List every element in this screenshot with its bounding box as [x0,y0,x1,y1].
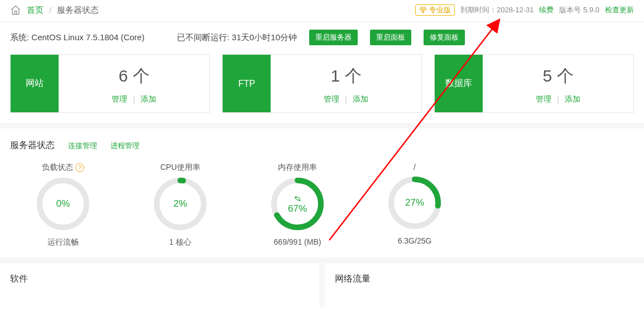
card-manage-database[interactable]: 管理 [536,94,551,103]
diamond-icon [419,6,427,14]
proc-manage-link[interactable]: 进程管理 [110,141,140,151]
metric-mem-sub: 669/991 (MB) [274,237,321,246]
card-count-ftp: 1 个 [330,65,361,88]
card-manage-website[interactable]: 管理 [112,94,127,103]
conn-manage-link[interactable]: 连接管理 [68,141,97,151]
help-icon[interactable]: ? [75,163,84,172]
repair-panel-button[interactable]: 修复面板 [424,30,465,45]
uptime-label: 已不间断运行: 31天0小时10分钟 [177,32,297,43]
breadcrumb: 首页 / 服务器状态 [10,4,99,16]
metric-load: 负载状态 ? 0% 运行流畅 [10,163,116,247]
metric-cpu-title: CPU使用率 [160,163,200,173]
top-bar: 首页 / 服务器状态 专业版 到期时间：2028-12-31 续费 版本号 5.… [0,0,644,22]
stat-cards: 网站 6 个 管理 | 添加 FTP 1 个 管理 | 添加 数据库 5 个 管… [0,54,644,123]
traffic-panel-title: 网络流量 [319,263,644,307]
svg-point-6 [295,197,296,198]
expire-label: 到期时间：2028-12-31 [460,5,534,15]
metric-disk-sub: 6.3G/25G [398,236,432,245]
card-side-ftp: FTP [223,55,271,112]
ring-load: 0% [35,176,91,232]
server-status-section-bar: 服务器状态 连接管理 进程管理 [0,123,644,159]
metric-load-pct: 0% [56,198,70,210]
os-label: 系统: CentOS Linux 7.5.1804 (Core) [10,32,145,43]
pro-label: 专业版 [429,5,451,15]
renew-link[interactable]: 续费 [539,5,554,15]
top-right: 专业版 到期时间：2028-12-31 续费 版本号 5.9.0 检查更新 [415,4,634,16]
system-row: 系统: CentOS Linux 7.5.1804 (Core) 已不间断运行:… [0,22,644,54]
metric-disk-title: / [414,163,416,172]
metric-mem-pct: 67% [288,203,307,215]
metric-disk: / 27% 6.3G/25G [362,163,468,247]
home-icon[interactable] [10,4,21,16]
card-website: 网站 6 个 管理 | 添加 [10,54,210,113]
metric-load-sub: 运行流畅 [47,237,79,247]
card-count-website: 6 个 [118,65,149,88]
card-side-database: 数据库 [435,55,483,112]
card-side-website: 网站 [11,55,59,112]
pro-badge[interactable]: 专业版 [415,4,455,16]
restart-server-button[interactable]: 重启服务器 [309,30,358,45]
crumb-sep: / [49,6,51,15]
crumb-home[interactable]: 首页 [27,5,44,16]
crumb-page: 服务器状态 [57,5,99,16]
ring-disk: 27% [387,175,443,231]
metric-mem-title: 内存使用率 [278,163,317,173]
metric-cpu: CPU使用率 2% 1 核心 [127,163,233,247]
card-database: 数据库 5 个 管理 | 添加 [434,54,634,113]
card-count-database: 5 个 [542,65,573,88]
bottom-row: 软件 网络流量 [0,258,644,307]
ring-cpu: 2% [152,176,208,232]
metric-mem: 内存使用率 67% 669/991 (MB) [244,163,350,247]
check-update-link[interactable]: 检查更新 [605,5,634,15]
metric-cpu-pct: 2% [174,198,188,210]
card-manage-ftp[interactable]: 管理 [324,94,339,103]
metric-disk-pct: 27% [405,197,424,208]
ring-mem: 67% [270,176,325,232]
card-ftp: FTP 1 个 管理 | 添加 [222,54,422,113]
server-status-title: 服务器状态 [10,140,55,151]
software-panel-title: 软件 [0,263,319,307]
metric-circles: 负载状态 ? 0% 运行流畅 CPU使用率 2% 1 核心 内存使用率 [0,159,644,258]
metric-cpu-sub: 1 核心 [169,237,191,247]
version-label: 版本号 5.9.0 [559,5,599,15]
rocket-icon[interactable] [293,193,302,202]
metric-load-title: 负载状态 [42,163,73,173]
restart-panel-button[interactable]: 重启面板 [370,30,411,45]
card-add-ftp[interactable]: 添加 [353,94,368,103]
card-add-database[interactable]: 添加 [565,94,580,103]
card-add-website[interactable]: 添加 [141,94,156,103]
